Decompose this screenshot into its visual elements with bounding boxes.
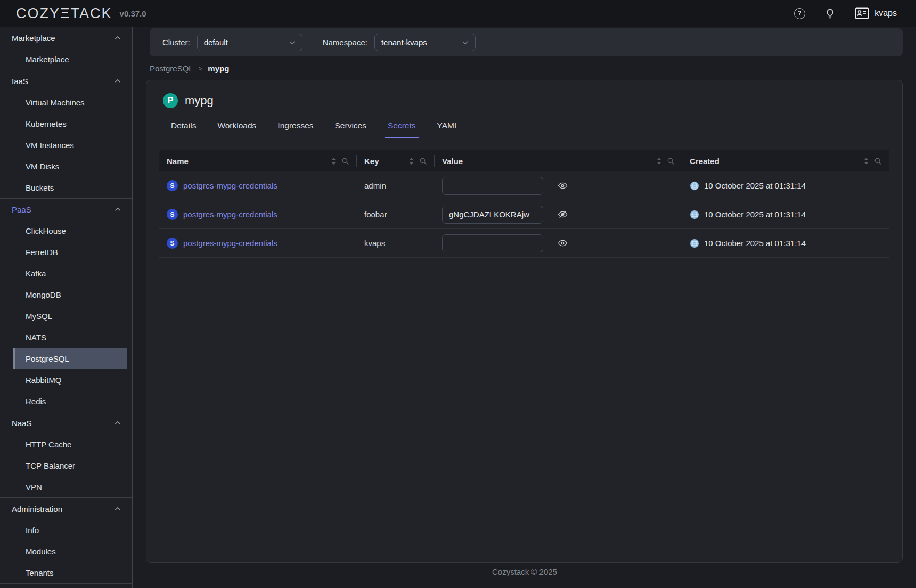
resource-header: P mypg: [159, 80, 889, 108]
globe-icon: [690, 210, 699, 219]
column-search-button[interactable]: [667, 157, 675, 165]
chevron-up-icon: [114, 420, 121, 426]
secret-name-link[interactable]: postgres-mypg-credentials: [183, 239, 277, 248]
sort-icon[interactable]: [657, 157, 661, 165]
sidebar-section-header-paas[interactable]: PaaS: [0, 199, 132, 220]
sort-icon[interactable]: [331, 157, 336, 165]
sidebar-item-nats[interactable]: NATS: [13, 326, 127, 348]
secret-row: S postgres-mypg-credentials kvaps 10 Oct…: [159, 229, 889, 258]
sidebar-section-title: PaaS: [12, 205, 31, 214]
column-search-button[interactable]: [419, 157, 427, 165]
secret-value-input[interactable]: [442, 206, 543, 224]
secret-key-label: foobar: [364, 210, 387, 219]
sidebar-section-header-administration[interactable]: Administration: [0, 498, 132, 519]
secret-value-cell: [435, 177, 682, 195]
breadcrumb: PostgreSQL > mypg: [150, 64, 903, 73]
column-header-created: Created: [682, 150, 889, 172]
tab-ingresses[interactable]: Ingresses: [274, 121, 316, 138]
sidebar-item-kafka[interactable]: Kafka: [13, 263, 127, 284]
secret-created-cell: 10 October 2025 at 01:31:14: [682, 210, 889, 219]
sidebar-nav: MarketplaceMarketplaceIaaSVirtual Machin…: [0, 27, 133, 588]
created-timestamp: 10 October 2025 at 01:31:14: [704, 181, 806, 190]
chevron-up-icon: [114, 78, 121, 84]
globe-icon: [690, 181, 699, 191]
sidebar-section-paas: PaaSClickHouseFerretDBKafkaMongoDBMySQLN…: [0, 198, 132, 412]
sort-icon[interactable]: [409, 157, 414, 165]
sidebar-item-marketplace[interactable]: Marketplace: [13, 48, 127, 70]
sidebar-section-header-naas[interactable]: NaaS: [0, 412, 132, 434]
secrets-table-header: Name Key: [159, 150, 889, 172]
sidebar-item-ferretdb[interactable]: FerretDB: [13, 241, 127, 263]
sidebar-item-kubernetes[interactable]: Kubernetes: [13, 113, 127, 134]
eye-icon: [558, 181, 568, 191]
sidebar-item-http-cache[interactable]: HTTP Cache: [13, 434, 127, 455]
sidebar-item-redis[interactable]: Redis: [13, 390, 127, 412]
secret-key-label: admin: [364, 181, 386, 190]
sort-icon[interactable]: [864, 157, 869, 165]
tab-workloads[interactable]: Workloads: [214, 121, 259, 138]
secret-key-cell: foobar: [357, 210, 435, 219]
secret-value-cell: [435, 206, 682, 224]
sidebar-item-virtual-machines[interactable]: Virtual Machines: [13, 92, 127, 113]
secret-name-cell: S postgres-mypg-credentials: [159, 180, 357, 191]
cluster-select-value: default: [204, 38, 228, 47]
sidebar-item-buckets[interactable]: Buckets: [13, 177, 127, 198]
sidebar-item-vm-disks[interactable]: VM Disks: [13, 156, 127, 177]
tab-services[interactable]: Services: [332, 121, 370, 138]
sidebar-section-header-marketplace[interactable]: Marketplace: [0, 27, 132, 48]
secret-value-cell: [435, 234, 682, 252]
chevron-down-icon: [289, 40, 296, 45]
created-timestamp: 10 October 2025 at 01:31:14: [704, 239, 806, 248]
secret-value-input[interactable]: [442, 234, 543, 252]
sidebar-item-vpn[interactable]: VPN: [13, 476, 127, 497]
resource-card: P mypg DetailsWorkloadsIngressesServices…: [146, 80, 903, 563]
secret-name-link[interactable]: postgres-mypg-credentials: [183, 181, 277, 190]
breadcrumb-parent-link[interactable]: PostgreSQL: [150, 64, 193, 73]
breadcrumb-current: mypg: [208, 64, 229, 73]
app-header: COZYΞTACK v0.37.0 ? kvaps: [0, 0, 916, 27]
globe-icon: [690, 239, 699, 248]
help-button[interactable]: ?: [794, 8, 805, 19]
secret-value-input[interactable]: [442, 177, 543, 195]
cluster-select[interactable]: default: [197, 34, 302, 51]
sidebar-section-iaas: IaaSVirtual MachinesKubernetesVM Instanc…: [0, 70, 132, 198]
sidebar-item-rabbitmq[interactable]: RabbitMQ: [13, 369, 127, 390]
sidebar-item-modules[interactable]: Modules: [13, 541, 127, 562]
sidebar-item-vm-instances[interactable]: VM Instances: [13, 134, 127, 156]
column-search-button[interactable]: [874, 157, 882, 165]
column-search-button[interactable]: [341, 157, 349, 165]
toggle-value-visibility-button[interactable]: [558, 209, 568, 219]
tab-secrets[interactable]: Secrets: [385, 121, 419, 138]
sidebar-section-title: NaaS: [12, 419, 32, 428]
sidebar-item-tenants[interactable]: Tenants: [13, 562, 127, 583]
tab-yaml[interactable]: YAML: [434, 121, 462, 138]
secret-name-cell: S postgres-mypg-credentials: [159, 238, 357, 249]
help-icon: ?: [794, 8, 805, 19]
app-logo: COZYΞTACK: [16, 5, 112, 22]
sidebar-item-tcp-balancer[interactable]: TCP Balancer: [13, 455, 127, 476]
sidebar-section-header-iaas[interactable]: IaaS: [0, 70, 132, 92]
namespace-select[interactable]: tenant-kvaps: [374, 34, 476, 51]
footer-copyright: Cozystack © 2025: [133, 567, 916, 576]
secret-name-link[interactable]: postgres-mypg-credentials: [183, 210, 277, 219]
context-filter-bar: Cluster: default Namespace: tenant-kvaps: [150, 28, 903, 56]
sidebar-item-postgresql[interactable]: PostgreSQL: [13, 348, 127, 369]
column-header-key: Key: [357, 150, 435, 172]
secrets-table-body: S postgres-mypg-credentials admin 10 Oct…: [159, 172, 889, 258]
toggle-value-visibility-button[interactable]: [558, 181, 568, 191]
sidebar-item-clickhouse[interactable]: ClickHouse: [13, 220, 127, 241]
secret-badge-icon: S: [167, 180, 178, 191]
sidebar-item-mysql[interactable]: MySQL: [13, 305, 127, 326]
secret-key-label: kvaps: [364, 239, 385, 248]
secret-key-cell: kvaps: [357, 239, 435, 248]
sidebar-item-info[interactable]: Info: [13, 519, 127, 541]
sidebar-item-mongodb[interactable]: MongoDB: [13, 284, 127, 305]
user-menu[interactable]: kvaps: [855, 7, 897, 19]
tab-details[interactable]: Details: [168, 121, 199, 138]
toggle-value-visibility-button[interactable]: [558, 238, 568, 248]
column-header-name: Name: [159, 150, 357, 172]
namespace-select-value: tenant-kvaps: [381, 38, 427, 47]
secret-created-cell: 10 October 2025 at 01:31:14: [682, 239, 889, 248]
secret-row: S postgres-mypg-credentials admin 10 Oct…: [159, 172, 889, 200]
theme-toggle-button[interactable]: [824, 8, 836, 19]
